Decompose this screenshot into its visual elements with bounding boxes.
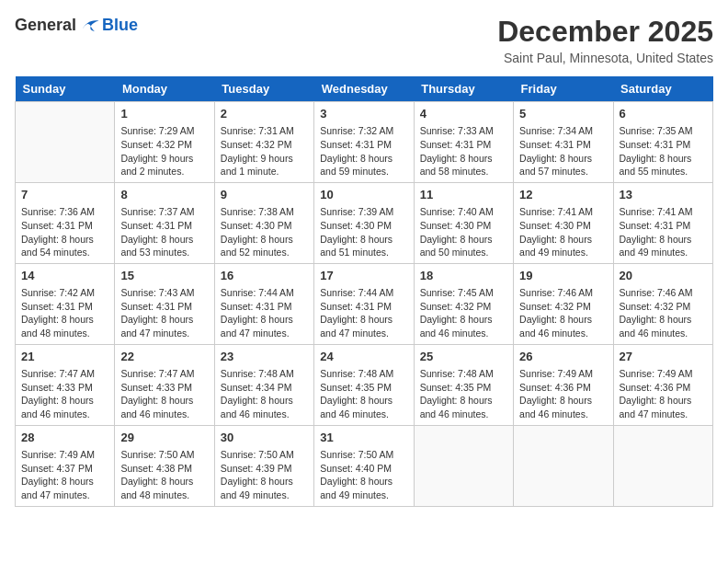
calendar-day-cell: 26Sunrise: 7:49 AM Sunset: 4:36 PM Dayli… (514, 344, 613, 425)
calendar-day-cell: 11Sunrise: 7:40 AM Sunset: 4:30 PM Dayli… (414, 182, 513, 263)
day-of-week-header: Thursday (414, 76, 513, 102)
calendar-day-cell: 30Sunrise: 7:50 AM Sunset: 4:39 PM Dayli… (214, 425, 313, 506)
logo-bird-icon (80, 15, 100, 35)
day-info: Sunrise: 7:37 AM Sunset: 4:31 PM Dayligh… (120, 205, 208, 259)
day-number: 21 (21, 349, 108, 365)
day-of-week-header: Sunday (16, 76, 115, 102)
day-number: 6 (620, 106, 707, 122)
day-info: Sunrise: 7:50 AM Sunset: 4:38 PM Dayligh… (120, 448, 208, 502)
day-number: 3 (320, 106, 407, 122)
day-info: Sunrise: 7:32 AM Sunset: 4:31 PM Dayligh… (320, 124, 407, 178)
day-number: 31 (320, 430, 407, 446)
day-number: 26 (519, 349, 607, 365)
day-number: 27 (620, 349, 707, 365)
day-info: Sunrise: 7:42 AM Sunset: 4:31 PM Dayligh… (21, 286, 108, 340)
day-info: Sunrise: 7:44 AM Sunset: 4:31 PM Dayligh… (221, 286, 308, 340)
calendar-day-cell: 3Sunrise: 7:32 AM Sunset: 4:31 PM Daylig… (314, 102, 414, 183)
day-number: 29 (120, 430, 208, 446)
logo-blue-text: Blue (102, 16, 138, 35)
calendar-day-cell: 2Sunrise: 7:31 AM Sunset: 4:32 PM Daylig… (214, 102, 313, 183)
day-number: 8 (120, 187, 208, 203)
day-number: 18 (420, 268, 507, 284)
day-info: Sunrise: 7:49 AM Sunset: 4:37 PM Dayligh… (21, 448, 108, 502)
calendar-day-cell: 18Sunrise: 7:45 AM Sunset: 4:32 PM Dayli… (414, 263, 513, 344)
day-info: Sunrise: 7:50 AM Sunset: 4:39 PM Dayligh… (221, 448, 308, 502)
day-number: 19 (519, 268, 607, 284)
day-info: Sunrise: 7:48 AM Sunset: 4:35 PM Dayligh… (420, 367, 507, 421)
day-info: Sunrise: 7:43 AM Sunset: 4:31 PM Dayligh… (120, 286, 208, 340)
calendar-day-cell: 16Sunrise: 7:44 AM Sunset: 4:31 PM Dayli… (214, 263, 313, 344)
day-info: Sunrise: 7:33 AM Sunset: 4:31 PM Dayligh… (420, 124, 507, 178)
calendar-week-row: 28Sunrise: 7:49 AM Sunset: 4:37 PM Dayli… (16, 425, 713, 506)
calendar-day-cell: 23Sunrise: 7:48 AM Sunset: 4:34 PM Dayli… (214, 344, 313, 425)
calendar-day-cell: 24Sunrise: 7:48 AM Sunset: 4:35 PM Dayli… (314, 344, 414, 425)
day-info: Sunrise: 7:44 AM Sunset: 4:31 PM Dayligh… (320, 286, 407, 340)
day-info: Sunrise: 7:41 AM Sunset: 4:31 PM Dayligh… (620, 205, 707, 259)
calendar-week-row: 1Sunrise: 7:29 AM Sunset: 4:32 PM Daylig… (16, 102, 713, 183)
day-info: Sunrise: 7:41 AM Sunset: 4:30 PM Dayligh… (519, 205, 607, 259)
calendar-day-cell (414, 425, 513, 506)
calendar-day-cell: 19Sunrise: 7:46 AM Sunset: 4:32 PM Dayli… (514, 263, 613, 344)
calendar-day-cell: 5Sunrise: 7:34 AM Sunset: 4:31 PM Daylig… (514, 102, 613, 183)
day-info: Sunrise: 7:34 AM Sunset: 4:31 PM Dayligh… (519, 124, 607, 178)
calendar-day-cell (613, 425, 712, 506)
calendar-day-cell: 22Sunrise: 7:47 AM Sunset: 4:33 PM Dayli… (115, 344, 214, 425)
calendar-day-cell (16, 102, 115, 183)
day-number: 1 (120, 106, 208, 122)
calendar-day-cell: 29Sunrise: 7:50 AM Sunset: 4:38 PM Dayli… (115, 425, 214, 506)
title-area: December 2025 Saint Paul, Minnesota, Uni… (497, 15, 713, 65)
calendar-table: SundayMondayTuesdayWednesdayThursdayFrid… (15, 76, 713, 507)
day-number: 16 (221, 268, 308, 284)
day-info: Sunrise: 7:48 AM Sunset: 4:35 PM Dayligh… (320, 367, 407, 421)
calendar-day-cell: 28Sunrise: 7:49 AM Sunset: 4:37 PM Dayli… (16, 425, 115, 506)
day-info: Sunrise: 7:49 AM Sunset: 4:36 PM Dayligh… (519, 367, 607, 421)
day-number: 5 (519, 106, 607, 122)
day-info: Sunrise: 7:36 AM Sunset: 4:31 PM Dayligh… (21, 205, 108, 259)
day-number: 13 (620, 187, 707, 203)
day-number: 30 (221, 430, 308, 446)
day-number: 10 (320, 187, 407, 203)
calendar-day-cell: 14Sunrise: 7:42 AM Sunset: 4:31 PM Dayli… (16, 263, 115, 344)
calendar-day-cell: 31Sunrise: 7:50 AM Sunset: 4:40 PM Dayli… (314, 425, 414, 506)
day-info: Sunrise: 7:48 AM Sunset: 4:34 PM Dayligh… (221, 367, 308, 421)
day-of-week-header: Friday (514, 76, 613, 102)
calendar-week-row: 21Sunrise: 7:47 AM Sunset: 4:33 PM Dayli… (16, 344, 713, 425)
calendar-day-cell (514, 425, 613, 506)
day-info: Sunrise: 7:38 AM Sunset: 4:30 PM Dayligh… (221, 205, 308, 259)
calendar-day-cell: 9Sunrise: 7:38 AM Sunset: 4:30 PM Daylig… (214, 182, 313, 263)
day-number: 28 (21, 430, 108, 446)
calendar-day-cell: 8Sunrise: 7:37 AM Sunset: 4:31 PM Daylig… (115, 182, 214, 263)
calendar-day-cell: 10Sunrise: 7:39 AM Sunset: 4:30 PM Dayli… (314, 182, 414, 263)
day-info: Sunrise: 7:29 AM Sunset: 4:32 PM Dayligh… (120, 124, 208, 178)
calendar-day-cell: 20Sunrise: 7:46 AM Sunset: 4:32 PM Dayli… (613, 263, 712, 344)
day-number: 11 (420, 187, 507, 203)
calendar-day-cell: 21Sunrise: 7:47 AM Sunset: 4:33 PM Dayli… (16, 344, 115, 425)
calendar-day-cell: 1Sunrise: 7:29 AM Sunset: 4:32 PM Daylig… (115, 102, 214, 183)
calendar-day-cell: 15Sunrise: 7:43 AM Sunset: 4:31 PM Dayli… (115, 263, 214, 344)
day-number: 4 (420, 106, 507, 122)
day-info: Sunrise: 7:46 AM Sunset: 4:32 PM Dayligh… (620, 286, 707, 340)
day-number: 25 (420, 349, 507, 365)
calendar-day-cell: 25Sunrise: 7:48 AM Sunset: 4:35 PM Dayli… (414, 344, 513, 425)
calendar-header-row: SundayMondayTuesdayWednesdayThursdayFrid… (16, 76, 713, 102)
day-number: 2 (221, 106, 308, 122)
calendar-day-cell: 17Sunrise: 7:44 AM Sunset: 4:31 PM Dayli… (314, 263, 414, 344)
day-of-week-header: Saturday (613, 76, 712, 102)
day-number: 17 (320, 268, 407, 284)
calendar-day-cell: 27Sunrise: 7:49 AM Sunset: 4:36 PM Dayli… (613, 344, 712, 425)
day-info: Sunrise: 7:47 AM Sunset: 4:33 PM Dayligh… (120, 367, 208, 421)
day-number: 22 (120, 349, 208, 365)
day-info: Sunrise: 7:50 AM Sunset: 4:40 PM Dayligh… (320, 448, 407, 502)
calendar-week-row: 14Sunrise: 7:42 AM Sunset: 4:31 PM Dayli… (16, 263, 713, 344)
calendar-week-row: 7Sunrise: 7:36 AM Sunset: 4:31 PM Daylig… (16, 182, 713, 263)
day-info: Sunrise: 7:40 AM Sunset: 4:30 PM Dayligh… (420, 205, 507, 259)
day-of-week-header: Monday (115, 76, 214, 102)
day-number: 20 (620, 268, 707, 284)
day-info: Sunrise: 7:31 AM Sunset: 4:32 PM Dayligh… (221, 124, 308, 178)
day-number: 23 (221, 349, 308, 365)
day-info: Sunrise: 7:46 AM Sunset: 4:32 PM Dayligh… (519, 286, 607, 340)
day-of-week-header: Tuesday (214, 76, 313, 102)
logo: General Blue (15, 15, 138, 35)
page-header: General Blue December 2025 Saint Paul, M… (15, 15, 713, 65)
logo-general-text: General (15, 16, 76, 35)
